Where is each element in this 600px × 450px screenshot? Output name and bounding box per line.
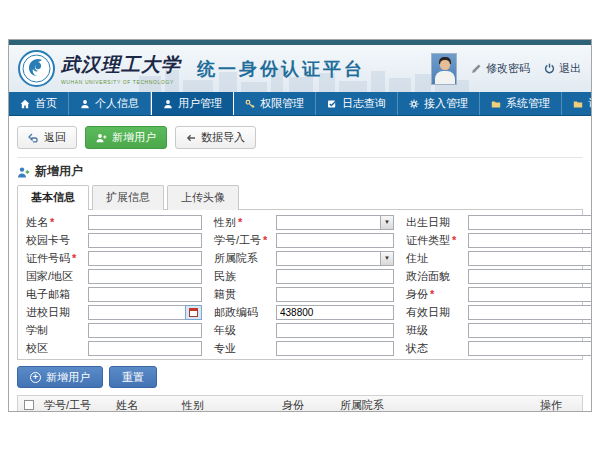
add-user-label: 新增用户 <box>112 130 156 145</box>
university-name-en: WUHAN UNIVERSITY OF TECHNOLOGY <box>61 79 181 85</box>
back-button[interactable]: 返回 <box>17 126 77 149</box>
tab-upload-avatar[interactable]: 上传头像 <box>167 185 239 210</box>
change-password-label: 修改密码 <box>486 61 530 76</box>
country-region-label: 国家/地区 <box>26 269 88 284</box>
home-icon <box>20 99 30 109</box>
university-name-block: 武汉理工大学 WUHAN UNIVERSITY OF TECHNOLOGY <box>61 52 181 85</box>
address-input[interactable] <box>468 251 592 266</box>
back-label: 返回 <box>44 130 66 145</box>
col-identity: 身份 <box>278 398 336 413</box>
grade-input[interactable] <box>276 323 394 338</box>
nav-access-management[interactable]: 接入管理 <box>398 92 480 115</box>
nav-permission-management[interactable]: 权限管理 <box>234 92 316 115</box>
folder-icon <box>491 99 501 109</box>
valid-date-input[interactable] <box>468 305 592 320</box>
email-label: 电子邮箱 <box>26 287 88 302</box>
ethnicity-label: 民族 <box>214 269 276 284</box>
logout-link[interactable]: 退出 <box>544 61 581 76</box>
gear-icon <box>409 99 419 109</box>
change-password-link[interactable]: 修改密码 <box>471 61 530 76</box>
name-label: 姓名* <box>26 215 88 230</box>
schooling-length-label: 学制 <box>26 323 88 338</box>
nav-log-query[interactable]: 日志查询 <box>316 92 398 115</box>
birth-date-input[interactable] <box>468 215 592 230</box>
user-avatar[interactable] <box>431 53 457 85</box>
submit-add-user-button[interactable]: + 新增用户 <box>17 366 103 388</box>
id-type-label: 证件类型* <box>406 233 468 248</box>
email-input[interactable] <box>88 287 202 302</box>
folder-icon <box>573 99 583 109</box>
political-status-label: 政治面貌 <box>406 269 468 284</box>
col-department: 所属院系 <box>336 398 536 413</box>
entry-date-label: 进校日期 <box>26 305 88 320</box>
country-region-input[interactable] <box>88 269 202 284</box>
nav-label: 个人信息 <box>95 96 139 111</box>
nav-system-management[interactable]: 系统管理 <box>480 92 562 115</box>
political-status-input[interactable] <box>468 269 592 284</box>
id-number-input[interactable] <box>88 251 202 266</box>
campus-card-label: 校园卡号 <box>26 233 88 248</box>
major-input[interactable] <box>276 341 394 356</box>
user-icon <box>163 99 173 109</box>
data-import-button[interactable]: 数据导入 <box>175 126 256 149</box>
nav-subscription-management[interactable]: 订阅管理 <box>562 92 592 115</box>
gender-label: 性别* <box>214 215 276 230</box>
chevron-down-icon: ▼ <box>380 216 393 229</box>
schooling-length-input[interactable] <box>88 323 202 338</box>
nav-home[interactable]: 首页 <box>9 92 69 115</box>
status-input[interactable] <box>468 341 592 356</box>
major-label: 专业 <box>214 341 276 356</box>
entry-date-input[interactable] <box>88 305 185 320</box>
section-title: 新增用户 <box>35 163 83 180</box>
nav-personal-info[interactable]: 个人信息 <box>69 92 151 115</box>
main-nav: 首页 个人信息 用户管理 权限管理 日志查询 接入管理 系统管理 订阅管理 <box>9 92 591 116</box>
form-tabs: 基本信息 扩展信息 上传头像 <box>17 184 583 209</box>
student-id-label: 学号/工号* <box>214 233 276 248</box>
log-check-icon <box>327 99 337 109</box>
class-input[interactable] <box>468 323 592 338</box>
platform-title: 统一身份认证平台 <box>197 57 365 81</box>
tab-extended-info[interactable]: 扩展信息 <box>92 185 164 210</box>
id-type-input[interactable] <box>468 233 592 248</box>
nav-label: 接入管理 <box>424 96 468 111</box>
campus-input[interactable] <box>88 341 202 356</box>
identity-input[interactable] <box>468 287 592 302</box>
id-number-label: 证件号码* <box>26 251 88 266</box>
content-area: 返回 新增用户 数据导入 新增用户 基本信息 扩展信息 上传头像 姓名* <box>9 116 591 412</box>
key-icon <box>245 99 255 109</box>
header: 武汉理工大学 WUHAN UNIVERSITY OF TECHNOLOGY 统一… <box>9 45 591 92</box>
university-name-cn: 武汉理工大学 <box>61 52 181 78</box>
tab-basic-info[interactable]: 基本信息 <box>17 185 89 210</box>
chevron-down-icon: ▼ <box>380 252 393 265</box>
grade-label: 年级 <box>214 323 276 338</box>
reset-button[interactable]: 重置 <box>109 366 157 388</box>
valid-date-label: 有效日期 <box>406 305 468 320</box>
identity-label: 身份* <box>406 287 468 302</box>
calendar-icon[interactable] <box>185 305 202 320</box>
nav-label: 用户管理 <box>178 96 222 111</box>
gender-select[interactable]: ▼ <box>276 215 394 230</box>
nav-user-management[interactable]: 用户管理 <box>151 92 234 115</box>
campus-card-input[interactable] <box>88 233 202 248</box>
add-user-toolbar-button[interactable]: 新增用户 <box>85 126 167 149</box>
user-plus-icon <box>96 133 107 143</box>
native-place-input[interactable] <box>276 287 394 302</box>
select-all-checkbox[interactable] <box>24 400 34 410</box>
postal-code-label: 邮政编码 <box>214 305 276 320</box>
user-icon <box>80 99 90 109</box>
section-title-row: 新增用户 <box>17 164 583 179</box>
table-header-row: 学号/工号 姓名 性别 身份 所属院系 操作 <box>18 396 582 412</box>
native-place-label: 籍贯 <box>214 287 276 302</box>
col-name: 姓名 <box>112 398 178 413</box>
name-input[interactable] <box>88 215 202 230</box>
department-select[interactable]: ▼ <box>276 251 394 266</box>
submit-label: 新增用户 <box>46 370 90 385</box>
nav-label: 权限管理 <box>260 96 304 111</box>
postal-code-input[interactable] <box>276 305 394 320</box>
address-label: 住址 <box>406 251 468 266</box>
student-id-input[interactable] <box>276 233 394 248</box>
basic-info-panel: 姓名* 性别*▼ 出生日期 校园卡号 学号/工号* 证件类型* 证件号码* 所属… <box>17 209 583 360</box>
plus-circle-icon: + <box>30 372 41 383</box>
ethnicity-input[interactable] <box>276 269 394 284</box>
nav-label: 首页 <box>35 96 57 111</box>
